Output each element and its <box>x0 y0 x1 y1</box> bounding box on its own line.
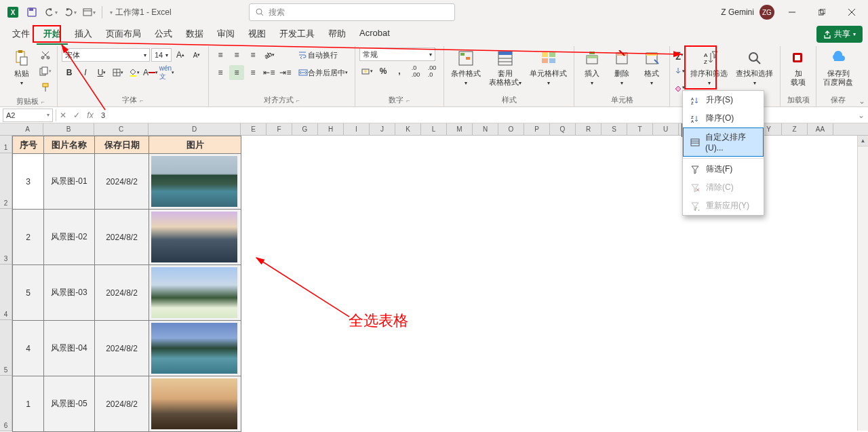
col-header-Q[interactable]: Q <box>550 123 576 135</box>
col-header-K[interactable]: K <box>395 123 421 135</box>
enter-formula-button[interactable]: ✓ <box>70 109 83 122</box>
cut-button[interactable] <box>38 47 53 62</box>
increase-decimal-button[interactable]: .0.00 <box>408 64 423 79</box>
format-painter-button[interactable] <box>38 80 53 95</box>
save-icon[interactable] <box>23 3 41 21</box>
col-header-Z[interactable]: Z <box>782 123 808 135</box>
thumbnail-image[interactable] <box>151 212 237 262</box>
tab-公式[interactable]: 公式 <box>148 24 179 45</box>
conditional-format-button[interactable]: 条件格式▾ <box>448 47 484 88</box>
undo-button[interactable]: ▾ <box>42 3 60 21</box>
tab-文件[interactable]: 文件 <box>5 24 37 45</box>
row-header-4[interactable]: 4 <box>0 264 12 320</box>
col-header-O[interactable]: O <box>498 123 524 135</box>
cell-styles-button[interactable]: 单元格样式▾ <box>527 47 570 88</box>
insert-cells-button[interactable]: 插入▾ <box>578 47 606 88</box>
alignment-launcher[interactable]: ⌐ <box>296 97 300 104</box>
font-launcher[interactable]: ⌐ <box>140 97 143 104</box>
cell-image[interactable] <box>149 376 241 432</box>
sort-filter-button[interactable]: AZ排序和筛选▾ <box>688 47 730 88</box>
autosum-button[interactable]: ∑▾ <box>674 47 685 62</box>
tab-页面布局[interactable]: 页面布局 <box>99 24 148 45</box>
thumbnail-image[interactable] <box>151 267 237 318</box>
row-headers[interactable]: 123456 <box>0 136 12 431</box>
cell-seq[interactable]: 1 <box>13 376 44 432</box>
format-table-button[interactable]: 套用 表格格式▾ <box>486 47 524 88</box>
top-align-button[interactable]: ≡ <box>213 47 228 62</box>
number-format-combo[interactable]: 常规▾ <box>359 47 435 61</box>
tab-Acrobat[interactable]: Acrobat <box>353 24 397 45</box>
col-header-F[interactable]: F <box>267 123 292 135</box>
cell-name[interactable]: 风景图-03 <box>44 265 95 321</box>
close-button[interactable] <box>840 3 864 22</box>
decrease-font-button[interactable]: A▾ <box>189 47 204 62</box>
tab-插入[interactable]: 插入 <box>68 24 99 45</box>
name-box[interactable]: A2▾ <box>3 109 53 122</box>
col-header-E[interactable]: E <box>241 123 267 135</box>
copy-button[interactable]: ▾ <box>38 64 53 79</box>
left-align-button[interactable]: ≡ <box>213 65 228 80</box>
tab-视图[interactable]: 视图 <box>241 24 273 45</box>
minimize-button[interactable] <box>780 3 804 22</box>
paste-button[interactable]: 粘贴▾ <box>8 47 35 88</box>
cell-image[interactable] <box>149 265 241 321</box>
find-select-button[interactable]: 查找和选择▾ <box>733 47 776 88</box>
col-header-C[interactable]: C <box>94 123 149 135</box>
merge-center-button[interactable]: 合并后居中 ▾ <box>296 65 351 80</box>
fill-button[interactable]: ▾ <box>674 64 685 79</box>
addins-button[interactable]: 加 载项 <box>785 47 812 88</box>
percent-button[interactable]: % <box>376 64 391 79</box>
italic-button[interactable]: I <box>78 65 93 80</box>
cell-seq[interactable]: 2 <box>13 210 44 265</box>
center-align-button[interactable]: ≡ <box>229 65 244 80</box>
expand-formula-bar-button[interactable]: ⌄ <box>854 109 868 122</box>
right-align-button[interactable]: ≡ <box>245 65 260 80</box>
font-name-combo[interactable]: 宋体▾ <box>62 48 150 62</box>
phonetic-button[interactable]: wén文▾ <box>159 65 174 80</box>
delete-cells-button[interactable]: 删除▾ <box>608 47 635 88</box>
fill-color-button[interactable]: ▾ <box>127 65 142 80</box>
cell-image[interactable] <box>149 210 241 265</box>
sort-desc-item[interactable]: ZA降序(O) <box>683 109 764 127</box>
thumbnail-image[interactable] <box>151 156 237 207</box>
format-cells-button[interactable]: 格式▾ <box>638 47 665 88</box>
underline-button[interactable]: U▾ <box>94 65 109 80</box>
cell-date[interactable]: 2024/8/2 <box>95 376 149 432</box>
fx-button[interactable]: fx <box>83 109 97 122</box>
comma-button[interactable]: , <box>392 64 407 79</box>
cell-seq[interactable]: 4 <box>13 321 44 376</box>
header-cell[interactable]: 图片 <box>149 136 241 154</box>
customize-qat-button[interactable]: ▾ <box>80 3 98 21</box>
col-header-I[interactable]: I <box>344 123 370 135</box>
bottom-align-button[interactable]: ≡ <box>245 47 260 62</box>
accounting-format-button[interactable]: ▾ <box>359 64 374 79</box>
col-header-N[interactable]: N <box>473 123 498 135</box>
increase-indent-button[interactable]: ⇥≡ <box>278 65 293 80</box>
col-header-R[interactable]: R <box>576 123 601 135</box>
cell-name[interactable]: 风景图-04 <box>44 321 95 376</box>
col-header-L[interactable]: L <box>421 123 447 135</box>
user-avatar[interactable]: ZG <box>760 5 774 20</box>
filter-item[interactable]: 筛选(F) <box>683 160 764 178</box>
row-header-5[interactable]: 5 <box>0 320 12 376</box>
increase-font-button[interactable]: A▴ <box>173 47 188 62</box>
cell-image[interactable] <box>149 154 241 210</box>
custom-sort-item[interactable]: 自定义排序(U)... <box>683 127 764 157</box>
share-button[interactable]: 共享 ▾ <box>816 26 863 43</box>
collapse-ribbon-button[interactable]: ⌄ <box>859 96 865 106</box>
col-header-S[interactable]: S <box>601 123 627 135</box>
cell-image[interactable] <box>149 321 241 376</box>
col-header-A[interactable]: A <box>12 123 43 135</box>
cell-seq[interactable]: 5 <box>13 265 44 321</box>
cell-date[interactable]: 2024/8/2 <box>95 210 149 265</box>
vertical-scrollbar[interactable]: ▲ <box>857 136 868 431</box>
col-header-G[interactable]: G <box>292 123 318 135</box>
redo-button[interactable]: ▾ <box>61 3 79 21</box>
cell-name[interactable]: 风景图-01 <box>44 154 95 210</box>
row-header-6[interactable]: 6 <box>0 376 12 431</box>
tab-开发工具[interactable]: 开发工具 <box>273 24 321 45</box>
user-name[interactable]: Z Gemini <box>721 7 754 17</box>
tab-数据[interactable]: 数据 <box>179 24 210 45</box>
number-launcher[interactable]: ⌐ <box>406 97 410 104</box>
cell-date[interactable]: 2024/8/2 <box>95 321 149 376</box>
